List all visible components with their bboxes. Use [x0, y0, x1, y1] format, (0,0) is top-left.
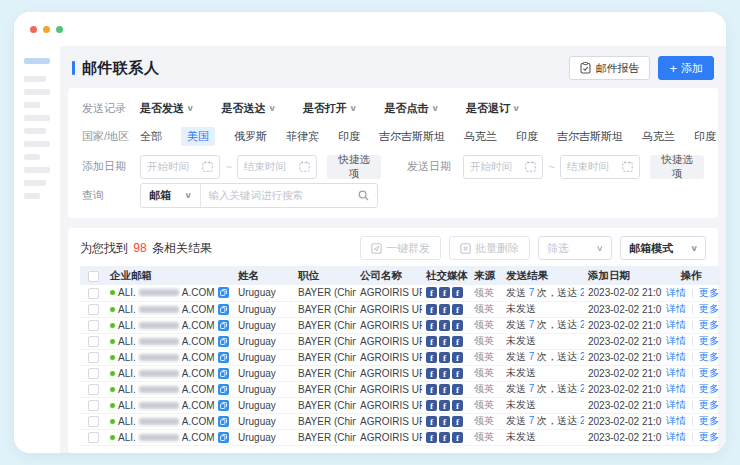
facebook-icon[interactable]: f — [439, 336, 450, 347]
select-all-checkbox[interactable] — [88, 271, 99, 282]
row-checkbox[interactable] — [88, 416, 99, 427]
sidebar-item[interactable] — [24, 154, 40, 160]
facebook-icon[interactable]: f — [426, 368, 437, 379]
add-button[interactable]: + 添加 — [658, 56, 714, 80]
detail-link[interactable]: 详情 — [666, 319, 686, 330]
mailbox-mode-select[interactable]: 邮箱模式 ∨ — [620, 236, 706, 260]
filter-dropdown[interactable]: 是否打开∨ — [303, 101, 357, 116]
more-link[interactable]: 更多∨ — [699, 415, 720, 426]
facebook-icon[interactable]: f — [426, 304, 437, 315]
detail-link[interactable]: 详情 — [666, 399, 686, 410]
bulk-delete-button[interactable]: 批量删除 — [449, 236, 530, 260]
copy-email-icon[interactable] — [218, 416, 229, 427]
sidebar-item[interactable] — [24, 89, 50, 95]
row-checkbox[interactable] — [88, 368, 99, 379]
detail-link[interactable]: 详情 — [666, 367, 686, 378]
row-checkbox[interactable] — [88, 304, 99, 315]
copy-email-icon[interactable] — [218, 384, 229, 395]
row-checkbox[interactable] — [88, 384, 99, 395]
filter-select[interactable]: 筛选 ∨ — [538, 236, 612, 260]
copy-email-icon[interactable] — [218, 320, 229, 331]
add-date-end-input[interactable]: 结束时间 — [237, 155, 317, 179]
more-link[interactable]: 更多∨ — [699, 287, 720, 298]
copy-email-icon[interactable] — [218, 352, 229, 363]
close-window-icon[interactable] — [30, 26, 37, 33]
add-date-quick-options-button[interactable]: 快捷选项 — [327, 155, 381, 179]
sidebar-item-active[interactable] — [24, 58, 50, 64]
country-option-selected[interactable]: 美国 — [181, 127, 215, 146]
country-option[interactable]: 乌克兰 — [464, 129, 497, 144]
facebook-icon[interactable]: f — [439, 352, 450, 363]
facebook-icon[interactable]: f — [439, 416, 450, 427]
facebook-icon[interactable]: f — [452, 400, 463, 411]
country-option[interactable]: 印度 — [338, 129, 360, 144]
query-field-select[interactable]: 邮箱 ∨ — [141, 184, 201, 207]
more-link[interactable]: 更多∨ — [699, 431, 720, 442]
filter-dropdown[interactable]: 是否退订∨ — [466, 101, 520, 116]
detail-link[interactable]: 详情 — [666, 415, 686, 426]
country-option[interactable]: 乌克兰 — [642, 129, 675, 144]
row-checkbox[interactable] — [88, 432, 99, 443]
filter-dropdown[interactable]: 是否点击∨ — [385, 101, 439, 116]
detail-link[interactable]: 详情 — [666, 335, 686, 346]
facebook-icon[interactable]: f — [452, 352, 463, 363]
country-option[interactable]: 俄罗斯 — [234, 129, 267, 144]
facebook-icon[interactable]: f — [452, 384, 463, 395]
country-option[interactable]: 印度 — [694, 129, 716, 144]
facebook-icon[interactable]: f — [426, 336, 437, 347]
more-link[interactable]: 更多∨ — [699, 335, 720, 346]
add-date-start-input[interactable]: 开始时间 — [140, 155, 220, 179]
facebook-icon[interactable]: f — [426, 400, 437, 411]
facebook-icon[interactable]: f — [452, 432, 463, 443]
country-option[interactable]: 全部 — [140, 129, 162, 144]
sidebar-item[interactable] — [24, 76, 46, 82]
sidebar-item[interactable] — [24, 102, 40, 108]
country-option[interactable]: 印度 — [516, 129, 538, 144]
row-checkbox[interactable] — [88, 352, 99, 363]
copy-email-icon[interactable] — [218, 368, 229, 379]
facebook-icon[interactable]: f — [426, 384, 437, 395]
sidebar-item[interactable] — [24, 180, 46, 186]
facebook-icon[interactable]: f — [426, 320, 437, 331]
facebook-icon[interactable]: f — [452, 320, 463, 331]
detail-link[interactable]: 详情 — [666, 351, 686, 362]
filter-dropdown[interactable]: 是否发送∨ — [140, 101, 194, 116]
minimize-window-icon[interactable] — [43, 26, 50, 33]
country-option[interactable]: 吉尔吉斯斯坦 — [557, 129, 623, 144]
facebook-icon[interactable]: f — [439, 304, 450, 315]
detail-link[interactable]: 详情 — [666, 383, 686, 394]
more-link[interactable]: 更多∨ — [699, 383, 720, 394]
facebook-icon[interactable]: f — [452, 368, 463, 379]
more-link[interactable]: 更多∨ — [699, 399, 720, 410]
facebook-icon[interactable]: f — [439, 320, 450, 331]
row-checkbox[interactable] — [88, 400, 99, 411]
sidebar-item[interactable] — [24, 128, 46, 134]
detail-link[interactable]: 详情 — [666, 287, 686, 298]
facebook-icon[interactable]: f — [439, 384, 450, 395]
detail-link[interactable]: 详情 — [666, 303, 686, 314]
bulk-send-button[interactable]: 一键群发 — [360, 236, 441, 260]
filter-dropdown[interactable]: 是否送达∨ — [222, 101, 276, 116]
email-report-button[interactable]: 邮件报告 — [569, 56, 650, 80]
country-option[interactable]: 吉尔吉斯斯坦 — [379, 129, 445, 144]
detail-link[interactable]: 详情 — [666, 431, 686, 442]
more-link[interactable]: 更多∨ — [699, 367, 720, 378]
facebook-icon[interactable]: f — [426, 287, 437, 298]
facebook-icon[interactable]: f — [452, 287, 463, 298]
sidebar-item[interactable] — [24, 167, 50, 173]
more-link[interactable]: 更多∨ — [699, 351, 720, 362]
copy-email-icon[interactable] — [218, 400, 229, 411]
facebook-icon[interactable]: f — [439, 400, 450, 411]
facebook-icon[interactable]: f — [439, 368, 450, 379]
sidebar-item[interactable] — [24, 141, 50, 147]
sidebar-item[interactable] — [24, 193, 40, 199]
send-date-quick-options-button[interactable]: 快捷选项 — [650, 155, 704, 179]
copy-email-icon[interactable] — [218, 432, 229, 443]
maximize-window-icon[interactable] — [56, 26, 63, 33]
more-link[interactable]: 更多∨ — [699, 303, 720, 314]
facebook-icon[interactable]: f — [452, 304, 463, 315]
facebook-icon[interactable]: f — [439, 432, 450, 443]
facebook-icon[interactable]: f — [439, 287, 450, 298]
sidebar-item[interactable] — [24, 115, 50, 121]
facebook-icon[interactable]: f — [452, 416, 463, 427]
